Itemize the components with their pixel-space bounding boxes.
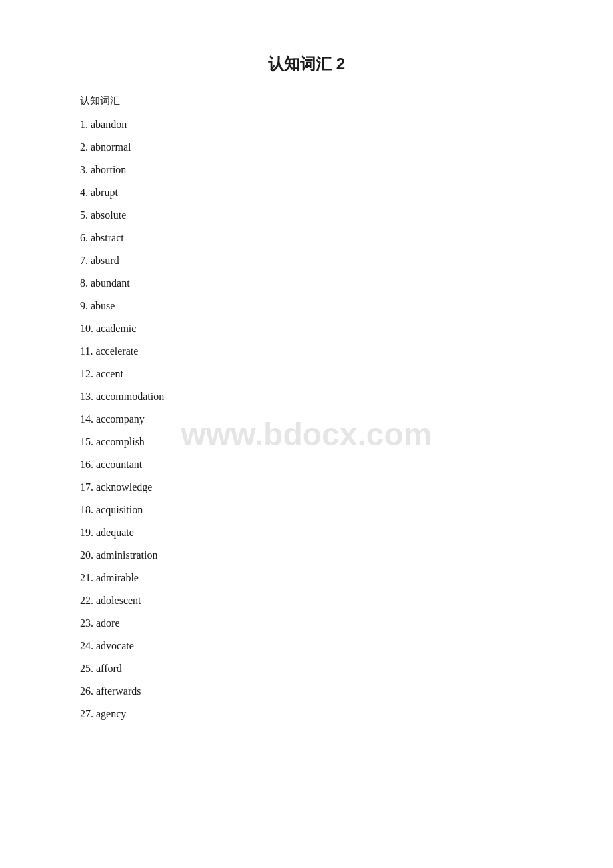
list-item: 7. absurd [80, 255, 533, 266]
list-item: 24. advocate [80, 641, 533, 651]
list-item: 12. accent [80, 369, 533, 379]
list-item: 18. acquisition [80, 505, 533, 515]
list-item: 11. accelerate [80, 346, 533, 357]
list-item: 4. abrupt [80, 187, 533, 198]
list-item: 14. accompany [80, 414, 533, 425]
word-list: 1. abandon2. abnormal3. abortion4. abrup… [80, 119, 533, 719]
list-item: 2. abnormal [80, 142, 533, 153]
list-item: 8. abundant [80, 278, 533, 289]
list-item: 22. adolescent [80, 595, 533, 606]
list-item: 17. acknowledge [80, 482, 533, 493]
list-item: 3. abortion [80, 165, 533, 175]
page-container: www.bdocx.com 认知词汇 2 认知词汇 1. abandon2. a… [0, 0, 613, 868]
list-item: 21. admirable [80, 573, 533, 583]
list-item: 13. accommodation [80, 391, 533, 402]
list-item: 19. adequate [80, 527, 533, 538]
list-item: 6. abstract [80, 233, 533, 243]
list-item: 16. accountant [80, 459, 533, 470]
list-item: 1. abandon [80, 119, 533, 130]
list-item: 10. academic [80, 323, 533, 334]
list-item: 23. adore [80, 618, 533, 629]
list-item: 20. administration [80, 550, 533, 561]
list-item: 5. absolute [80, 210, 533, 221]
list-item: 15. accomplish [80, 437, 533, 447]
list-item: 27. agency [80, 709, 533, 719]
list-item: 26. afterwards [80, 686, 533, 697]
page-title: 认知词汇 2 [80, 53, 533, 75]
list-item: 25. afford [80, 663, 533, 674]
subtitle: 认知词汇 [80, 95, 533, 107]
list-item: 9. abuse [80, 301, 533, 311]
